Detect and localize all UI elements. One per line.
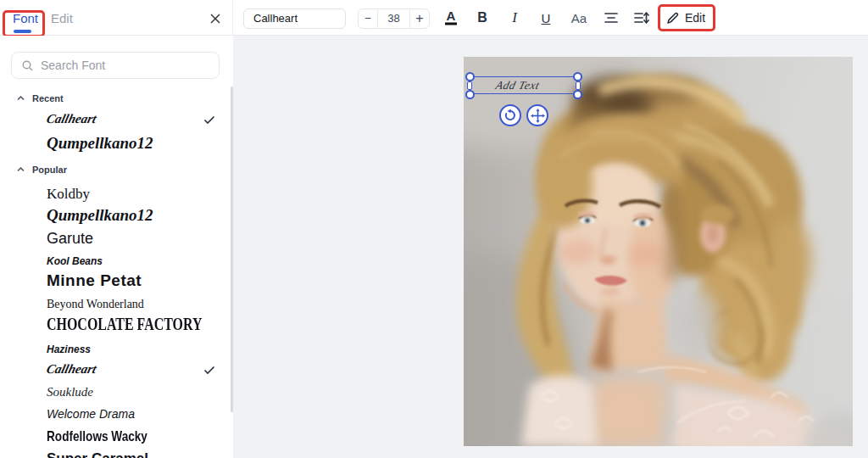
svg-text:A: A [447,8,456,23]
